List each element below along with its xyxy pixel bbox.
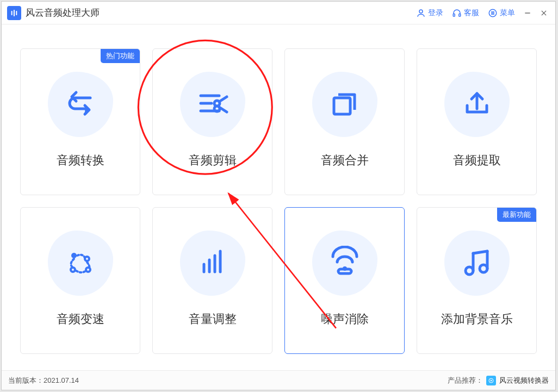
headset-icon	[452, 8, 462, 18]
login-button[interactable]: 登录	[416, 8, 443, 18]
support-label: 客服	[464, 8, 479, 18]
menu-icon	[488, 8, 498, 18]
svg-rect-5	[459, 14, 461, 16]
version-value: 2021.07.14	[44, 376, 79, 384]
version-label: 当前版本：	[8, 376, 44, 385]
menu-label: 菜单	[500, 8, 515, 18]
svg-rect-31	[338, 269, 351, 273]
badge-hot: 热门功能	[101, 49, 140, 63]
app-window: 风云音频处理大师 登录 客服 菜单 热门功能	[1, 1, 556, 390]
card-label: 音频变速	[57, 311, 104, 327]
card-label: 添加背景音乐	[441, 311, 513, 327]
login-label: 登录	[428, 8, 443, 18]
recommend-product[interactable]: 风云视频转换器	[499, 376, 549, 385]
svg-point-22	[71, 253, 77, 258]
convert-icon	[48, 72, 113, 137]
card-volume-adjust[interactable]: 音量调整	[152, 207, 272, 354]
card-label: 音频剪辑	[189, 152, 237, 169]
support-button[interactable]: 客服	[452, 8, 479, 18]
svg-point-3	[419, 10, 423, 13]
card-label: 音量调整	[189, 311, 237, 327]
card-add-bgm[interactable]: 最新功能 添加背景音乐	[417, 207, 537, 354]
svg-marker-40	[491, 379, 492, 382]
minimize-button[interactable]	[519, 5, 536, 21]
card-label: 音频合并	[321, 152, 369, 169]
cut-icon	[180, 72, 245, 137]
card-label: 噪声消除	[321, 311, 369, 327]
svg-point-24	[86, 267, 90, 272]
svg-rect-4	[453, 14, 455, 16]
app-logo-icon	[7, 6, 21, 20]
card-audio-merge[interactable]: 音频合并	[284, 48, 405, 195]
card-audio-cut[interactable]: 音频剪辑	[152, 48, 272, 195]
svg-rect-0	[11, 11, 13, 15]
titlebar: 风云音频处理大师 登录 客服 菜单	[2, 2, 555, 24]
svg-rect-20	[334, 98, 350, 114]
recommend-logo-icon	[486, 376, 496, 385]
svg-line-18	[219, 97, 227, 102]
badge-new: 最新功能	[497, 208, 536, 222]
status-bar: 当前版本： 2021.07.14 产品推荐： 风云视频转换器	[2, 370, 555, 390]
merge-icon	[312, 72, 377, 137]
svg-point-25	[71, 267, 75, 272]
card-noise-remove[interactable]: 噪声消除	[284, 207, 405, 354]
svg-rect-2	[16, 11, 17, 15]
card-audio-convert[interactable]: 热门功能 音频转换	[20, 48, 140, 195]
card-audio-extract[interactable]: 音频提取	[417, 48, 537, 195]
menu-button[interactable]: 菜单	[488, 8, 515, 18]
music-icon	[444, 231, 510, 296]
recommend-label: 产品推荐：	[448, 376, 483, 385]
volume-icon	[180, 231, 245, 296]
app-title: 风云音频处理大师	[26, 7, 100, 19]
svg-line-36	[473, 251, 487, 253]
speed-icon	[48, 231, 113, 296]
extract-icon	[444, 72, 510, 137]
card-audio-speed[interactable]: 音频变速	[20, 207, 140, 354]
feature-grid: 热门功能 音频转换 音频剪辑 音频合并 音频提取	[2, 24, 555, 370]
svg-rect-1	[14, 10, 15, 16]
card-label: 音频提取	[453, 152, 501, 169]
card-label: 音频转换	[57, 152, 104, 169]
denoise-icon	[312, 231, 377, 296]
close-button[interactable]	[536, 5, 552, 21]
user-icon	[416, 8, 426, 18]
